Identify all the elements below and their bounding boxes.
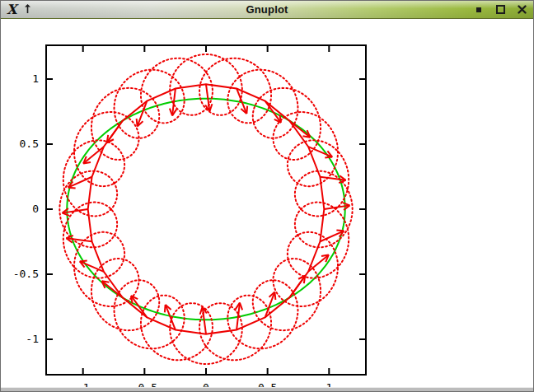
vector-arrowhead [246,106,247,114]
vector-arrowhead [304,276,305,283]
minimize-icon [476,7,481,12]
plot-client-area: -1-0.500.51-1-0.500.51 [1,18,533,387]
vector-shaft [289,276,305,297]
vector-arrowhead [336,230,344,231]
dotted-loop-trajectory [59,54,352,364]
vector-arrowhead [200,307,203,315]
window-bottom-frame[interactable] [1,387,533,391]
y-tick-label: -0.5 [13,268,39,280]
velocity-vectors [63,84,350,334]
tick-labels: -1-0.500.51-1-0.500.51 [13,72,333,392]
vector-arrowhead [165,305,166,312]
titlebar-buttons [473,4,527,16]
vector-shaft [107,121,123,142]
gnuplot-window: X Gnuplot -1-0.500.51-1-0.500.51 [0,0,534,392]
y-tick-label: -1 [26,333,39,345]
plot-area: -1-0.500.51-1-0.500.51 [1,18,534,392]
ticks [46,45,366,375]
minimize-button[interactable] [473,4,485,16]
vector-arrowhead [137,119,138,126]
close-button[interactable] [516,4,527,16]
maximize-button[interactable] [494,4,506,16]
vector-arrowhead [80,260,87,261]
titlebar[interactable]: X Gnuplot [1,1,533,19]
vector-arrowhead [107,135,108,142]
vector-arrowhead [274,292,275,300]
y-tick-label: 0.5 [20,138,39,150]
guiding-center-polygon [88,84,325,334]
vector-arrowhead [209,104,212,111]
y-tick-label: 0 [32,203,39,215]
vector-arrowhead [63,213,69,216]
axes [46,45,366,375]
close-icon [518,5,527,14]
window-title: Gnuplot [1,3,533,16]
vector-arrowhead [325,157,332,158]
x11-logo-icon: X [7,3,16,16]
pushpin-icon[interactable] [23,2,32,17]
vector-arrowhead [343,203,349,205]
vector-arrowhead [68,188,76,189]
maximize-icon [496,5,505,14]
y-tick-label: 1 [32,72,39,85]
